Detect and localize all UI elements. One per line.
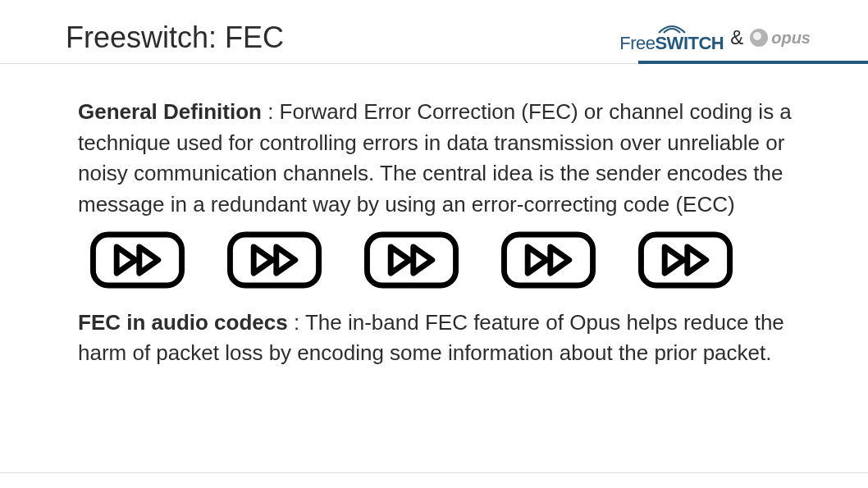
opus-circle-icon — [750, 29, 768, 47]
slide-content: General Definition : Forward Error Corre… — [0, 64, 868, 369]
logo-group: FreeSWITCH & opus — [619, 23, 811, 52]
definition-paragraph: General Definition : Forward Error Corre… — [78, 97, 794, 221]
definition-label: General Definition — [78, 99, 262, 124]
slide-header: Freeswitch: FEC FreeSWITCH & opus — [0, 0, 868, 64]
codecs-paragraph: FEC in audio codecs : The in-band FEC fe… — [78, 308, 794, 369]
footer-divider — [0, 472, 868, 473]
fast-forward-icon — [90, 230, 185, 293]
header-underline — [638, 61, 868, 64]
ampersand: & — [730, 26, 743, 49]
fast-forward-icon — [638, 230, 733, 293]
freeswitch-wordmark: FreeSWITCH — [619, 34, 724, 52]
fast-forward-icon — [501, 230, 596, 293]
fast-forward-icon-row — [90, 230, 794, 293]
fast-forward-icon — [227, 230, 322, 293]
opus-logo: opus — [750, 29, 811, 48]
opus-wordmark: opus — [771, 29, 811, 48]
slide-title: Freeswitch: FEC — [66, 21, 284, 55]
codecs-label: FEC in audio codecs — [78, 310, 288, 335]
freeswitch-logo: FreeSWITCH — [619, 23, 724, 52]
fast-forward-icon — [364, 230, 459, 293]
